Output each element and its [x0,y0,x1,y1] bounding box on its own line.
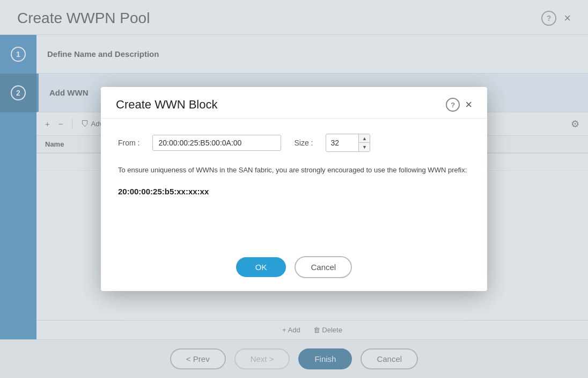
wwn-prefix: 20:00:00:25:b5:xx:xx:xx [118,187,470,196]
modal-header: Create WWN Block ? × [101,87,487,119]
modal-dialog: Create WWN Block ? × From : Size : ▲ [101,87,487,291]
ok-button[interactable]: OK [236,257,286,277]
modal-header-actions: ? × [446,98,472,112]
modal-body: From : Size : ▲ ▼ To ensure uniqueness o… [101,119,487,248]
modal-overlay: Create WWN Block ? × From : Size : ▲ [0,0,588,378]
info-text: To ensure uniqueness of WWNs in the SAN … [118,165,470,176]
size-input[interactable] [326,135,358,150]
size-input-wrap: ▲ ▼ [326,134,370,152]
spinner-up-button[interactable]: ▲ [359,134,370,143]
wizard-container: Create WWPN Pool ? × 1 2 Define Name and… [0,0,588,378]
modal-footer: OK Cancel [101,248,487,291]
modal-title: Create WWN Block [116,98,217,112]
form-row-from: From : Size : ▲ ▼ [118,134,470,152]
modal-close-button[interactable]: × [465,99,472,111]
size-label: Size : [294,139,313,147]
spinner-down-button[interactable]: ▼ [359,143,370,151]
cancel-modal-button[interactable]: Cancel [295,256,352,278]
spinner-wrap: ▲ ▼ [358,134,370,151]
from-input[interactable] [152,135,281,151]
modal-help-button[interactable]: ? [446,98,460,112]
from-label: From : [118,139,139,147]
